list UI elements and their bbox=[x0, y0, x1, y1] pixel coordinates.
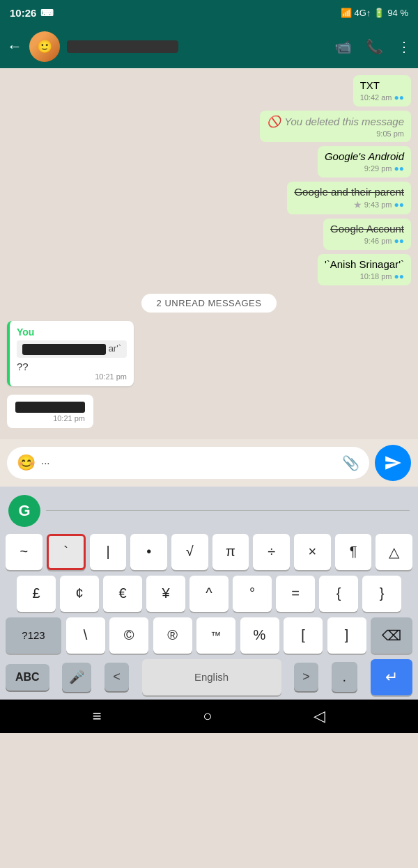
message-text: Google Account bbox=[330, 223, 404, 235]
message-bubble-redacted[interactable]: 10:21 pm bbox=[7, 395, 93, 428]
key-greater-than[interactable]: > bbox=[294, 663, 318, 691]
nav-circle-icon[interactable]: ○ bbox=[203, 707, 212, 725]
key-sqrt[interactable]: √ bbox=[171, 534, 208, 570]
read-ticks: ●● bbox=[394, 236, 405, 246]
key-triangle[interactable]: △ bbox=[376, 534, 412, 570]
read-ticks: ●● bbox=[394, 200, 405, 210]
message-row-reply: You ar'` ?? 10:21 pm bbox=[7, 321, 411, 390]
redacted-quoted-text bbox=[22, 344, 106, 355]
key-percent[interactable]: % bbox=[240, 617, 279, 654]
star-icon: ★ bbox=[353, 199, 362, 210]
key-trademark[interactable]: ™ bbox=[196, 617, 235, 654]
emoji-button[interactable]: 😊 bbox=[17, 454, 36, 472]
key-degree[interactable]: ° bbox=[233, 576, 272, 612]
key-abc[interactable]: ABC bbox=[6, 664, 49, 691]
chat-area: TXT 10:42 am ●● 🚫 You deleted this messa… bbox=[0, 68, 418, 439]
message-time: 9:46 pm bbox=[364, 237, 392, 245]
top-bar-actions: 📹 📞 ⋮ bbox=[334, 38, 411, 55]
message-bubble[interactable]: '`Anish Srinagar'` 10:18 pm ●● bbox=[318, 254, 411, 285]
deleted-message-text: 🚫 You deleted this message bbox=[267, 115, 404, 128]
key-cent[interactable]: ¢ bbox=[60, 576, 99, 612]
keyboard-row-3: ?123 \ © ® ™ % [ ] ⌫ bbox=[0, 615, 418, 656]
key-para[interactable]: ¶ bbox=[335, 534, 372, 570]
key-spacebar[interactable]: English bbox=[142, 659, 281, 695]
key-euro[interactable]: € bbox=[103, 576, 142, 612]
key-div[interactable]: ÷ bbox=[253, 534, 290, 570]
reply-message-text: ?? bbox=[17, 361, 127, 372]
message-bubble[interactable]: Google's Android 9:29 pm ●● bbox=[318, 146, 411, 177]
key-backslash[interactable]: \ bbox=[66, 617, 105, 654]
message-text: Google and their parent bbox=[294, 186, 404, 198]
nav-home-icon[interactable]: ≡ bbox=[93, 707, 102, 725]
message-row: '`Anish Srinagar'` 10:18 pm ●● bbox=[7, 254, 411, 285]
message-input-text[interactable]: ··· bbox=[41, 457, 336, 468]
key-bullet[interactable]: • bbox=[130, 534, 167, 570]
key-period[interactable]: . bbox=[332, 662, 358, 692]
key-tilde[interactable]: ~ bbox=[6, 534, 42, 570]
key-yen[interactable]: ¥ bbox=[146, 576, 185, 612]
read-ticks: ●● bbox=[394, 164, 405, 173]
message-time: 10:21 pm bbox=[53, 414, 85, 423]
message-bubble[interactable]: Google and their parent ★ 9:43 pm ●● bbox=[287, 182, 411, 214]
nav-back-icon[interactable]: ◁ bbox=[314, 707, 325, 725]
key-enter[interactable]: ↵ bbox=[371, 659, 412, 695]
reply-message-bubble[interactable]: You ar'` ?? 10:21 pm bbox=[7, 321, 134, 386]
key-mic[interactable]: 🎤 bbox=[62, 663, 91, 692]
message-bubble[interactable]: Google Account 9:46 pm ●● bbox=[323, 219, 411, 250]
message-input-box[interactable]: 😊 ··· 📎 bbox=[7, 447, 369, 479]
message-text: '`Anish Srinagar'` bbox=[325, 258, 404, 270]
key-pound[interactable]: £ bbox=[17, 576, 56, 612]
reply-quoted-content: ar'` bbox=[17, 340, 127, 358]
video-call-icon[interactable]: 📹 bbox=[334, 38, 352, 55]
quoted-text-suffix: ar'` bbox=[109, 343, 121, 354]
key-lbrace[interactable]: { bbox=[319, 576, 358, 612]
read-ticks: ●● bbox=[394, 93, 405, 102]
key-pi[interactable]: π bbox=[212, 534, 249, 570]
message-row: Google and their parent ★ 9:43 pm ●● bbox=[7, 182, 411, 214]
key-pipe[interactable]: | bbox=[90, 534, 127, 570]
contact-name-block[interactable] bbox=[67, 40, 327, 53]
message-row: Google Account 9:46 pm ●● bbox=[7, 219, 411, 250]
back-button[interactable]: ← bbox=[7, 38, 22, 56]
key-lbracket[interactable]: [ bbox=[284, 617, 323, 654]
message-bubble-deleted[interactable]: 🚫 You deleted this message 9:05 pm bbox=[260, 111, 411, 142]
redacted-message bbox=[15, 402, 85, 413]
keyboard: G ~ ` | • √ π ÷ × ¶ △ £ ¢ € ¥ ^ ° = { } … bbox=[0, 487, 418, 700]
send-button[interactable] bbox=[375, 445, 411, 481]
status-time: 10:26 ⌨ bbox=[10, 7, 54, 19]
read-ticks: ●● bbox=[394, 271, 405, 281]
message-time: 9:05 pm bbox=[376, 129, 404, 138]
key-caret[interactable]: ^ bbox=[189, 576, 229, 612]
key-registered[interactable]: ® bbox=[153, 617, 192, 654]
message-time: 9:29 pm bbox=[364, 164, 392, 173]
message-row: 🚫 You deleted this message 9:05 pm bbox=[7, 111, 411, 142]
message-time: 10:18 pm bbox=[360, 272, 392, 281]
contact-name-redacted bbox=[67, 40, 178, 53]
keyboard-divider bbox=[46, 510, 410, 511]
key-equals[interactable]: = bbox=[276, 576, 315, 612]
reply-author: You bbox=[17, 326, 127, 338]
phone-icon[interactable]: 📞 bbox=[366, 38, 383, 55]
unread-divider: 2 UNREAD MESSAGES bbox=[7, 294, 411, 313]
key-copyright[interactable]: © bbox=[109, 617, 148, 654]
keyboard-top-row: G bbox=[0, 492, 418, 531]
grammarly-button[interactable]: G bbox=[8, 495, 40, 527]
key-backspace[interactable]: ⌫ bbox=[371, 617, 412, 654]
key-rbrace[interactable]: } bbox=[362, 576, 401, 612]
avatar[interactable]: 🙂 bbox=[29, 31, 60, 62]
keyboard-icon: ⌨ bbox=[40, 8, 54, 18]
message-bubble[interactable]: TXT 10:42 am ●● bbox=[353, 75, 411, 106]
key-less-than[interactable]: < bbox=[104, 663, 129, 691]
key-backtick[interactable]: ` bbox=[47, 534, 86, 570]
status-indicators: 📶 4G↑ 🔋 94 % bbox=[341, 8, 408, 18]
message-row: TXT 10:42 am ●● bbox=[7, 75, 411, 106]
attach-button[interactable]: 📎 bbox=[342, 455, 359, 471]
more-options-icon[interactable]: ⋮ bbox=[397, 38, 411, 55]
key-123[interactable]: ?123 bbox=[6, 617, 61, 654]
keyboard-row-2: £ ¢ € ¥ ^ ° = { } bbox=[0, 573, 418, 615]
nav-bar: ≡ ○ ◁ bbox=[0, 700, 418, 733]
key-times[interactable]: × bbox=[294, 534, 331, 570]
key-rbracket[interactable]: ] bbox=[327, 617, 366, 654]
keyboard-bottom-row: ABC 🎤 < English > . ↵ bbox=[0, 656, 418, 700]
message-text: TXT bbox=[360, 79, 380, 91]
